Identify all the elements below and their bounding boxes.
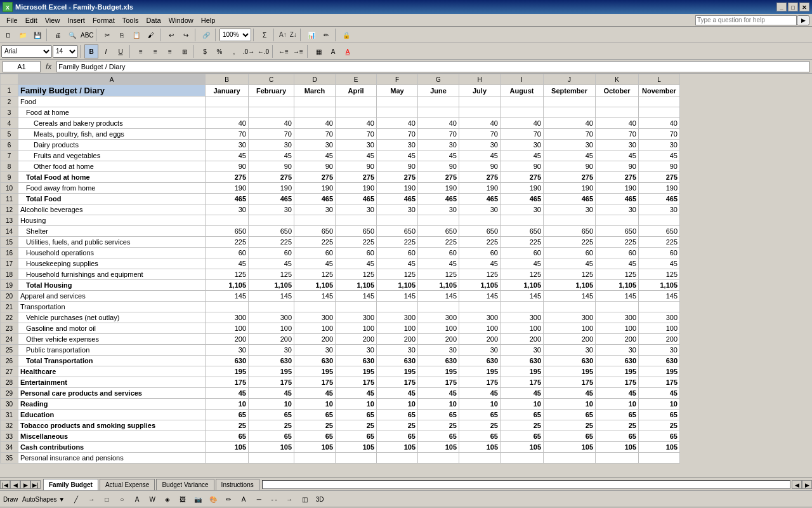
cell-e31[interactable]: 65 <box>336 410 377 420</box>
row-header-21[interactable]: 21 <box>1 302 18 312</box>
cell-h34[interactable]: 105 <box>459 442 501 453</box>
tab-budget-variance[interactable]: Budget Variance <box>156 479 214 490</box>
italic-button[interactable]: I <box>99 44 113 58</box>
cell-c33[interactable]: 65 <box>249 431 294 442</box>
cell-i4[interactable]: 40 <box>501 118 544 129</box>
cell-d19[interactable]: 1,105 <box>294 280 336 291</box>
cell-b24[interactable]: 200 <box>206 334 249 345</box>
col-header-a[interactable]: A <box>18 74 206 85</box>
cell-j30[interactable]: 10 <box>544 399 596 410</box>
cell-e19[interactable]: 1,105 <box>336 280 377 291</box>
cell-h20[interactable]: 145 <box>459 291 501 302</box>
cell-k18[interactable]: 125 <box>596 269 639 280</box>
scroll-right-button[interactable]: ▶ <box>802 480 812 489</box>
cell-d32[interactable]: 25 <box>294 420 336 431</box>
cell-b18[interactable]: 125 <box>206 269 249 280</box>
cell-k8[interactable]: 90 <box>596 161 639 172</box>
cell-g4[interactable]: 40 <box>418 118 459 129</box>
col-header-d[interactable]: D <box>294 74 336 85</box>
hyperlink-button[interactable]: 🔗 <box>199 28 213 42</box>
cell-e7[interactable]: 45 <box>336 150 377 161</box>
cell-a14[interactable]: Shelter <box>18 226 206 237</box>
cell-b35[interactable] <box>206 453 249 464</box>
cell-b8[interactable]: 90 <box>206 161 249 172</box>
row-header-8[interactable]: 8 <box>1 161 18 172</box>
cell-k5[interactable]: 70 <box>596 129 639 140</box>
cell-j7[interactable]: 45 <box>544 150 596 161</box>
arrow-tool[interactable]: → <box>84 492 98 506</box>
line-style-button[interactable]: ─ <box>252 492 266 506</box>
align-right-button[interactable]: ≡ <box>163 44 177 58</box>
cell-k16[interactable]: 60 <box>596 248 639 258</box>
cell-g16[interactable]: 60 <box>418 248 459 258</box>
close-button[interactable]: ✕ <box>799 3 809 11</box>
cell-d33[interactable]: 65 <box>294 431 336 442</box>
cell-d8[interactable]: 90 <box>294 161 336 172</box>
cell-k35[interactable] <box>596 453 639 464</box>
cell-e8[interactable]: 90 <box>336 161 377 172</box>
cell-b25[interactable]: 30 <box>206 345 249 356</box>
row-header-32[interactable]: 32 <box>1 420 18 431</box>
cell-b28[interactable]: 175 <box>206 377 249 388</box>
cell-g9[interactable]: 275 <box>418 172 459 183</box>
cell-k4[interactable]: 40 <box>596 118 639 129</box>
cell-b9[interactable]: 275 <box>206 172 249 183</box>
cell-g21[interactable] <box>418 302 459 312</box>
cell-c26[interactable]: 630 <box>249 356 294 366</box>
cell-a4[interactable]: Cereals and bakery products <box>18 118 206 129</box>
cell-i2[interactable] <box>501 97 544 107</box>
cell-l9[interactable]: 275 <box>639 172 680 183</box>
tab-last-button[interactable]: ▶| <box>30 480 41 489</box>
row-header-11[interactable]: 11 <box>1 194 18 204</box>
cell-g11[interactable]: 465 <box>418 194 459 204</box>
cell-a23[interactable]: Gasoline and motor oil <box>18 323 206 334</box>
cell-j14[interactable]: 650 <box>544 226 596 237</box>
percent-button[interactable]: % <box>213 44 226 58</box>
cell-g10[interactable]: 190 <box>418 183 459 194</box>
border-button[interactable]: ▦ <box>311 44 325 58</box>
cell-g28[interactable]: 175 <box>418 377 459 388</box>
currency-button[interactable]: $ <box>198 44 212 58</box>
new-button[interactable]: 🗋 <box>1 28 15 42</box>
cell-g18[interactable]: 125 <box>418 269 459 280</box>
row-header-19[interactable]: 19 <box>1 280 18 291</box>
cell-i19[interactable]: 1,105 <box>501 280 544 291</box>
cell-f6[interactable]: 30 <box>377 140 418 150</box>
formula-input[interactable] <box>56 61 809 72</box>
cell-f20[interactable]: 145 <box>377 291 418 302</box>
cell-h12[interactable]: 30 <box>459 204 501 215</box>
row-header-18[interactable]: 18 <box>1 269 18 280</box>
cell-j26[interactable]: 630 <box>544 356 596 366</box>
text-box-tool[interactable]: A <box>130 492 144 506</box>
cell-c23[interactable]: 100 <box>249 323 294 334</box>
cell-c8[interactable]: 90 <box>249 161 294 172</box>
cell-a31[interactable]: Education <box>18 410 206 420</box>
cell-g2[interactable] <box>418 97 459 107</box>
cell-k20[interactable]: 145 <box>596 291 639 302</box>
cell-g12[interactable]: 30 <box>418 204 459 215</box>
cell-h7[interactable]: 45 <box>459 150 501 161</box>
cell-f8[interactable]: 90 <box>377 161 418 172</box>
cell-k17[interactable]: 45 <box>596 258 639 269</box>
autosum-button[interactable]: Σ <box>258 28 272 42</box>
tab-prev-button[interactable]: ◀ <box>10 480 20 489</box>
3d-button[interactable]: 3D <box>313 492 327 506</box>
clipart-tool[interactable]: 🖼 <box>176 492 190 506</box>
line-color-button[interactable]: ✏ <box>221 492 235 506</box>
cell-j24[interactable]: 200 <box>544 334 596 345</box>
cell-j22[interactable]: 300 <box>544 312 596 323</box>
font-color-draw-button[interactable]: A <box>237 492 251 506</box>
cell-b30[interactable]: 10 <box>206 399 249 410</box>
cell-a13[interactable]: Housing <box>18 215 206 226</box>
cell-b32[interactable]: 25 <box>206 420 249 431</box>
cell-e22[interactable]: 300 <box>336 312 377 323</box>
row-header-16[interactable]: 16 <box>1 248 18 258</box>
cell-g5[interactable]: 70 <box>418 129 459 140</box>
cell-k15[interactable]: 225 <box>596 237 639 248</box>
cell-l28[interactable]: 175 <box>639 377 680 388</box>
cell-k22[interactable]: 300 <box>596 312 639 323</box>
tab-instructions[interactable]: Instructions <box>216 479 259 490</box>
cell-b12[interactable]: 30 <box>206 204 249 215</box>
cell-i20[interactable]: 145 <box>501 291 544 302</box>
cell-i33[interactable]: 65 <box>501 431 544 442</box>
